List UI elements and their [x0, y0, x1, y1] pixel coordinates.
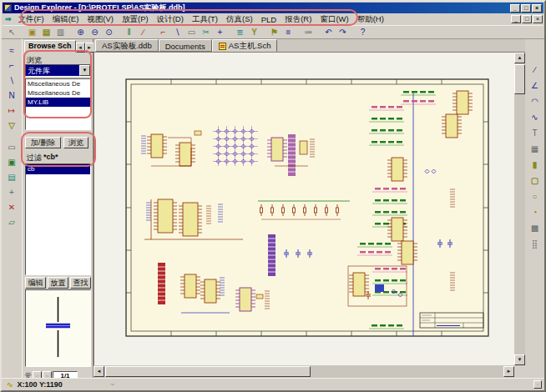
- zoom-out-icon[interactable]: ⊖: [88, 26, 102, 38]
- tab-as-board-ddb[interactable]: AS实验板.ddb: [95, 39, 159, 52]
- menu-view[interactable]: 视图(V): [83, 13, 118, 26]
- child-restore-icon[interactable]: □: [522, 15, 532, 23]
- menu-simulate[interactable]: 仿真(S): [222, 13, 257, 26]
- library-2-icon[interactable]: ≡: [281, 26, 296, 38]
- minimize-icon[interactable]: _: [510, 4, 520, 13]
- cut-icon[interactable]: ✂: [199, 26, 213, 38]
- round-rect-tool-icon[interactable]: ▢: [528, 173, 543, 187]
- menu-edit[interactable]: 编辑(E): [48, 13, 83, 26]
- menu-tools[interactable]: 工具(T): [188, 13, 222, 26]
- restore-icon[interactable]: □: [521, 4, 531, 13]
- annotate-list-icon[interactable]: ≔: [301, 26, 316, 38]
- sheet-symbol-icon[interactable]: ▣: [4, 155, 19, 168]
- browse-mode-dropdown[interactable]: 元件库 ▼: [25, 64, 91, 77]
- bus-tool-icon[interactable]: ⌐: [4, 58, 19, 72]
- title-bar[interactable]: Design Explorer - [D:\PROTELSP\AS实验板.ddb…: [3, 3, 543, 13]
- menu-pld[interactable]: PLD: [257, 14, 281, 25]
- scroll-up-icon[interactable]: ▲: [514, 53, 525, 63]
- array-paste-icon[interactable]: ⣿: [528, 237, 543, 250]
- sheet-entry-icon[interactable]: ▤: [4, 170, 19, 183]
- zoom-in-icon[interactable]: ⊕: [73, 26, 88, 38]
- explorer-arrow-icon: ⇒: [5, 15, 12, 23]
- junction-tool-icon[interactable]: +: [4, 185, 19, 199]
- save-icon[interactable]: ▤: [39, 26, 53, 38]
- directive-icon[interactable]: ▱: [4, 215, 19, 229]
- port-tool-icon[interactable]: ↦: [4, 103, 19, 117]
- horizontal-scrollbar[interactable]: ◄ ►: [94, 365, 514, 378]
- text-frame-icon[interactable]: ▦: [528, 142, 543, 155]
- list-item[interactable]: Miscellaneous De: [26, 79, 90, 88]
- browse-components-icon[interactable]: ‖: [122, 26, 136, 38]
- browse-panel: Browse Sch ◄ ► 浏览 元件库 ▼ Miscellaneous De…: [22, 38, 94, 378]
- edit-button[interactable]: 编辑: [25, 277, 46, 289]
- filter-input[interactable]: *cb*: [43, 153, 58, 161]
- probe-icon[interactable]: Y: [247, 26, 261, 38]
- rectangle-tool-icon[interactable]: ▮: [528, 158, 543, 171]
- library-list[interactable]: Miscellaneous De Miscellaneous De MY.LIB: [25, 78, 91, 130]
- print-icon[interactable]: ▥: [53, 26, 68, 38]
- draw-pencil-icon[interactable]: ∕: [136, 26, 150, 38]
- menu-place[interactable]: 放置(P): [118, 13, 153, 26]
- vertical-scroll-thumb[interactable]: [514, 64, 525, 94]
- menu-window[interactable]: 窗口(W): [316, 13, 352, 26]
- tab-documents[interactable]: Documents: [159, 39, 212, 52]
- schematic-canvas[interactable]: [94, 53, 514, 365]
- chevron-down-icon[interactable]: ▼: [79, 65, 90, 76]
- part-tool-icon[interactable]: ▭: [4, 140, 19, 153]
- open-document-icon[interactable]: ▣: [25, 26, 39, 38]
- no-erc-icon[interactable]: ✕: [4, 200, 19, 214]
- scroll-left-icon[interactable]: ◄: [94, 366, 104, 377]
- scroll-right-icon[interactable]: ►: [503, 366, 514, 377]
- graphic-tool-icon[interactable]: ▩: [528, 221, 543, 234]
- add-remove-button[interactable]: 加/删除: [25, 137, 61, 148]
- flag-icon[interactable]: ⚑: [267, 26, 281, 38]
- select-pointer-icon[interactable]: ↖: [5, 26, 19, 38]
- line-tool-icon[interactable]: ∖: [170, 26, 185, 38]
- horizontal-scroll-thumb[interactable]: [105, 366, 311, 377]
- zoom-document-icon[interactable]: ⊙: [102, 26, 116, 38]
- power-port-icon[interactable]: ▽: [4, 118, 19, 132]
- wire-tool-icon[interactable]: ≈: [4, 43, 19, 57]
- scroll-down-icon[interactable]: ▼: [514, 354, 525, 365]
- pie-tool-icon[interactable]: ◔: [528, 205, 543, 219]
- vertical-scrollbar[interactable]: ▲ ▼: [514, 53, 525, 365]
- wiring-tools-icon[interactable]: ⌐: [156, 26, 170, 38]
- list-item-selected[interactable]: MY.LIB: [26, 98, 90, 107]
- component-item-selected[interactable]: cb: [26, 164, 90, 174]
- list-item[interactable]: Miscellaneous De: [26, 88, 90, 98]
- cursor-coordinates: X:100 Y:1190: [18, 380, 63, 389]
- child-close-icon[interactable]: ×: [533, 15, 543, 23]
- menu-design[interactable]: 设计(D): [153, 13, 188, 26]
- library-icon[interactable]: ≣: [233, 26, 247, 38]
- panel-tab-prev-icon[interactable]: ◄: [76, 43, 85, 53]
- document-window: AS实验板.ddb Documents AS主机.Sch: [94, 38, 525, 378]
- child-minimize-icon[interactable]: _: [511, 15, 521, 23]
- find-button[interactable]: 查找: [70, 277, 91, 289]
- redo-icon[interactable]: ↷: [336, 26, 350, 38]
- close-icon[interactable]: ×: [532, 4, 542, 13]
- panel-tab-next-icon[interactable]: ►: [85, 43, 94, 53]
- bus-entry-icon[interactable]: ∖: [4, 73, 19, 87]
- net-label-icon[interactable]: N: [4, 88, 19, 102]
- ellipse-tool-icon[interactable]: ○: [528, 189, 543, 203]
- draw-line-icon[interactable]: ∕: [528, 63, 543, 76]
- browse-button[interactable]: 浏览: [63, 137, 88, 148]
- polyline-icon[interactable]: ∠: [528, 78, 543, 92]
- component-list[interactable]: cb: [25, 163, 91, 275]
- text-tool-icon[interactable]: T: [528, 126, 543, 139]
- resize-grip-icon[interactable]: ◦: [533, 380, 542, 389]
- schematic-drawing: [94, 53, 514, 365]
- tab-as-host-sch[interactable]: AS主机.Sch: [212, 39, 278, 52]
- place-button[interactable]: 放置: [48, 277, 68, 289]
- menu-reports[interactable]: 报告(R): [281, 13, 316, 26]
- selection-box-icon[interactable]: ▭: [185, 26, 199, 38]
- tab-browse-sch[interactable]: Browse Sch: [24, 40, 76, 53]
- move-plus-icon[interactable]: +: [213, 26, 227, 38]
- menu-help[interactable]: 帮助(H): [353, 13, 388, 26]
- undo-icon[interactable]: ↶: [321, 26, 336, 38]
- document-tab-bar: AS实验板.ddb Documents AS主机.Sch: [94, 39, 525, 53]
- arc-icon[interactable]: ◠: [528, 94, 543, 108]
- bezier-icon[interactable]: ∿: [528, 110, 543, 123]
- help-icon[interactable]: ?: [356, 26, 370, 38]
- menu-file[interactable]: 文件(F): [14, 13, 48, 26]
